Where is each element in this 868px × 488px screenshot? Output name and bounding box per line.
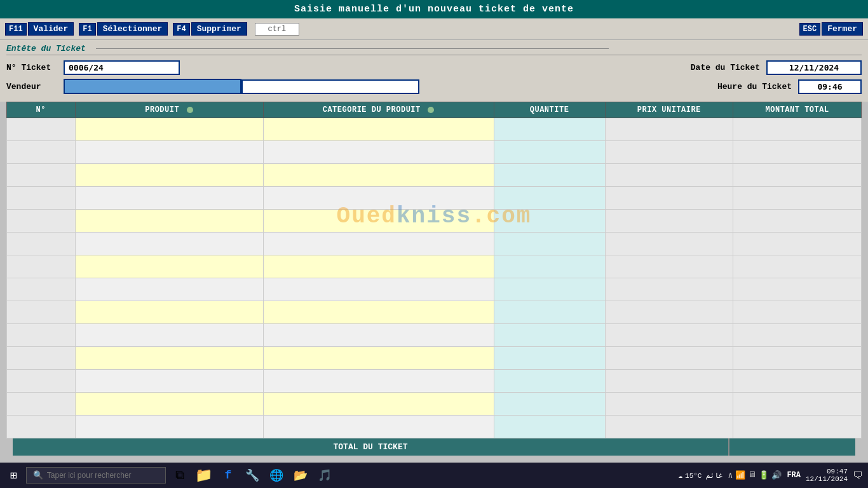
row-quantite[interactable] [494,187,605,210]
notification-icon[interactable]: 🗨 [853,470,863,482]
table-row[interactable] [7,210,862,233]
row-montant[interactable] [733,324,862,347]
row-produit[interactable] [75,233,263,255]
row-quantite[interactable] [494,233,605,255]
row-prix[interactable] [605,164,733,187]
facebook-icon[interactable]: f [218,465,238,485]
row-prix[interactable] [605,324,733,347]
row-categorie[interactable] [263,210,494,233]
table-row[interactable] [7,141,862,164]
row-produit[interactable] [75,255,263,278]
search-input[interactable] [47,471,155,480]
row-categorie[interactable] [263,187,494,210]
row-prix[interactable] [605,347,733,370]
row-quantite[interactable] [494,210,605,233]
row-produit[interactable] [75,141,263,164]
row-prix[interactable] [605,233,733,255]
supprimer-button[interactable]: F4 Supprimer [173,22,247,36]
supprimer-label[interactable]: Supprimer [191,22,247,36]
selectionner-label[interactable]: Sélectionner [97,22,168,36]
valider-label[interactable]: Valider [28,22,74,36]
row-prix[interactable] [605,255,733,278]
row-montant[interactable] [733,164,862,187]
row-produit[interactable] [75,347,263,370]
row-montant[interactable] [733,278,862,301]
row-montant[interactable] [733,118,862,141]
row-categorie[interactable] [263,393,494,416]
table-row[interactable] [7,324,862,347]
chrome-icon[interactable]: 🌐 [266,465,287,485]
table-row[interactable] [7,416,862,438]
row-produit[interactable] [75,118,263,141]
fermer-button[interactable]: ESC Fermer [799,22,863,36]
row-categorie[interactable] [263,278,494,301]
row-prix[interactable] [605,210,733,233]
valider-button[interactable]: F11 Valider [5,22,74,36]
row-montant[interactable] [733,187,862,210]
row-quantite[interactable] [494,393,605,416]
heure-input[interactable] [798,79,862,94]
row-montant[interactable] [733,210,862,233]
table-row[interactable] [7,393,862,416]
table-row[interactable] [7,255,862,278]
row-produit[interactable] [75,210,263,233]
row-categorie[interactable] [263,141,494,164]
row-prix[interactable] [605,416,733,438]
taskview-icon[interactable]: ⧉ [170,465,190,485]
row-montant[interactable] [733,233,862,255]
row-quantite[interactable] [494,370,605,393]
row-categorie[interactable] [263,233,494,255]
row-quantite[interactable] [494,416,605,438]
table-row[interactable] [7,347,862,370]
row-quantite[interactable] [494,255,605,278]
start-button[interactable]: ⊞ [5,466,22,485]
row-produit[interactable] [75,187,263,210]
fermer-label[interactable]: Fermer [822,22,863,36]
table-row[interactable] [7,370,862,393]
row-prix[interactable] [605,118,733,141]
row-categorie[interactable] [263,255,494,278]
table-row[interactable] [7,278,862,301]
row-produit[interactable] [75,278,263,301]
row-prix[interactable] [605,141,733,164]
row-categorie[interactable] [263,370,494,393]
row-quantite[interactable] [494,164,605,187]
row-quantite[interactable] [494,324,605,347]
row-produit[interactable] [75,324,263,347]
explorer-icon[interactable]: 📁 [194,465,214,485]
row-montant[interactable] [733,255,862,278]
row-prix[interactable] [605,301,733,324]
row-categorie[interactable] [263,416,494,438]
row-produit[interactable] [75,393,263,416]
row-montant[interactable] [733,347,862,370]
row-categorie[interactable] [263,301,494,324]
date-input[interactable] [766,60,862,75]
row-prix[interactable] [605,370,733,393]
vendeur-text-input[interactable] [241,79,419,94]
folder-icon[interactable]: 📂 [290,465,311,485]
row-produit[interactable] [75,301,263,324]
row-categorie[interactable] [263,118,494,141]
row-montant[interactable] [733,393,862,416]
table-row[interactable] [7,164,862,187]
row-montant[interactable] [733,301,862,324]
row-prix[interactable] [605,393,733,416]
row-categorie[interactable] [263,324,494,347]
vendeur-input[interactable] [64,79,241,94]
row-quantite[interactable] [494,347,605,370]
row-quantite[interactable] [494,301,605,324]
row-produit[interactable] [75,370,263,393]
selectionner-button[interactable]: F1 Sélectionner [79,22,168,36]
table-row[interactable] [7,301,862,324]
row-quantite[interactable] [494,278,605,301]
row-quantite[interactable] [494,141,605,164]
ticket-input[interactable] [64,60,180,75]
row-montant[interactable] [733,370,862,393]
row-produit[interactable] [75,164,263,187]
row-prix[interactable] [605,278,733,301]
row-montant[interactable] [733,416,862,438]
row-categorie[interactable] [263,164,494,187]
music-icon[interactable]: 🎵 [315,465,335,485]
row-produit[interactable] [75,416,263,438]
taskbar-search[interactable]: 🔍 [26,467,166,484]
